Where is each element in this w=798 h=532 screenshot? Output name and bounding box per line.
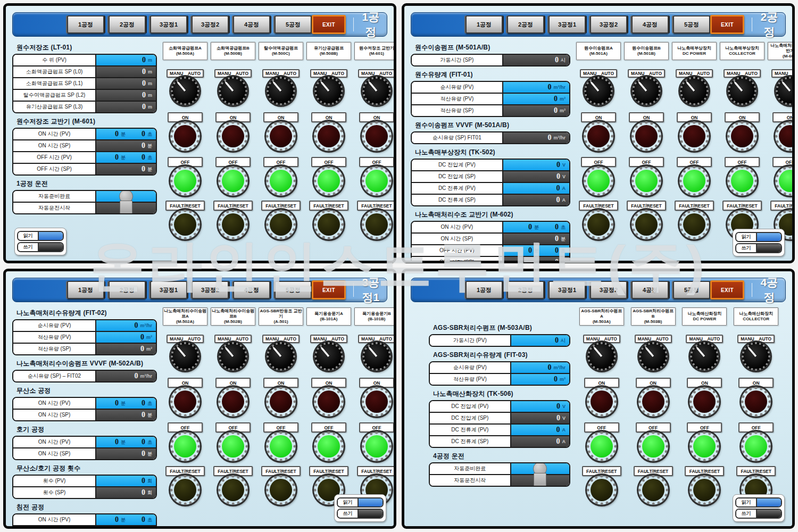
nav-button-1공정[interactable]: 1공정 <box>466 281 503 299</box>
nav-button-3공정1[interactable]: 3공정1 <box>150 281 187 299</box>
fault-reset-button[interactable] <box>266 210 296 239</box>
off-button[interactable] <box>170 166 200 196</box>
selector-knob[interactable] <box>219 77 247 105</box>
selector-knob[interactable] <box>267 77 295 105</box>
value-field-sp[interactable]: 0분 <box>96 448 156 459</box>
toggle-handle[interactable] <box>534 473 546 487</box>
off-button[interactable] <box>775 166 795 196</box>
off-button[interactable] <box>689 431 719 461</box>
toggle-switch-자동운전시작[interactable] <box>511 475 569 486</box>
off-button[interactable] <box>266 166 296 196</box>
fault-reset-button[interactable] <box>170 210 200 239</box>
toggle-switch-자동운전시작[interactable] <box>96 203 156 213</box>
fault-reset-button[interactable] <box>170 475 200 505</box>
fault-reset-button[interactable] <box>218 475 248 505</box>
on-button[interactable] <box>584 121 613 151</box>
selector-knob[interactable] <box>776 77 795 105</box>
exit-button[interactable]: EXIT <box>710 15 744 34</box>
off-button[interactable] <box>584 166 613 196</box>
on-button[interactable] <box>314 121 344 151</box>
nav-button-4공정[interactable]: 4공정 <box>233 15 270 34</box>
selector-knob[interactable] <box>742 342 770 371</box>
value-field-sp[interactable]: 0분 <box>96 164 156 174</box>
fault-reset-button[interactable] <box>679 210 709 239</box>
nav-button-3공정1[interactable]: 3공정1 <box>150 15 187 34</box>
selector-knob[interactable] <box>219 342 247 371</box>
value-field-sp[interactable]: 0m³ <box>503 105 569 116</box>
fault-reset-button[interactable] <box>584 210 613 239</box>
nav-button-1공정[interactable]: 1공정 <box>67 15 104 34</box>
on-button[interactable] <box>727 121 757 151</box>
fault-reset-button[interactable] <box>631 210 661 239</box>
value-field-sp[interactable]: 0m³/hr <box>503 132 569 143</box>
on-button[interactable] <box>218 121 248 151</box>
off-button[interactable] <box>741 431 771 461</box>
off-button[interactable] <box>170 431 200 461</box>
nav-button-2공정[interactable]: 2공정 <box>507 281 544 299</box>
off-button[interactable] <box>679 166 709 196</box>
nav-button-3공정1[interactable]: 3공정1 <box>548 15 586 34</box>
on-button[interactable] <box>741 387 771 417</box>
off-button[interactable] <box>362 431 392 461</box>
fault-reset-button[interactable] <box>362 210 392 239</box>
toggle-handle[interactable] <box>120 201 132 214</box>
nav-button-1공정[interactable]: 1공정 <box>67 281 104 299</box>
nav-button-3공정2[interactable]: 3공정2 <box>590 15 627 34</box>
on-button[interactable] <box>362 121 392 151</box>
value-field-sp[interactable]: 0분 <box>503 234 569 244</box>
on-button[interactable] <box>587 387 617 417</box>
off-button[interactable] <box>631 166 661 196</box>
on-button[interactable] <box>679 121 709 151</box>
exit-button[interactable]: EXIT <box>710 280 744 300</box>
on-button[interactable] <box>362 387 392 417</box>
off-button[interactable] <box>727 166 757 196</box>
off-button[interactable] <box>638 431 668 461</box>
nav-button-5공정[interactable]: 5공정 <box>673 15 710 34</box>
nav-button-5공정[interactable]: 5공정 <box>275 281 312 299</box>
nav-button-2공정[interactable]: 2공정 <box>109 15 146 34</box>
selector-knob[interactable] <box>171 77 200 105</box>
selector-knob[interactable] <box>728 77 757 105</box>
nav-button-5공정[interactable]: 5공정 <box>275 15 312 34</box>
exit-button[interactable]: EXIT <box>312 15 346 34</box>
value-field-sp[interactable]: 0분 <box>503 257 569 263</box>
value-field-sp[interactable]: 0V <box>503 171 569 182</box>
nav-button-2공정[interactable]: 2공정 <box>507 15 544 34</box>
on-button[interactable] <box>266 121 296 151</box>
off-button[interactable] <box>587 431 617 461</box>
nav-button-2공정[interactable]: 2공정 <box>109 281 146 299</box>
selector-knob[interactable] <box>267 342 295 371</box>
selector-knob[interactable] <box>680 77 709 105</box>
value-field-sp[interactable]: 0V <box>511 413 569 423</box>
off-button[interactable] <box>314 431 344 461</box>
toggle-switch-자동준비완료[interactable] <box>511 463 569 474</box>
nav-button-1공정[interactable]: 1공정 <box>466 15 503 34</box>
value-field-sp[interactable]: 0m <box>96 102 156 112</box>
value-field-sp[interactable]: 0m <box>96 66 156 77</box>
fault-reset-button[interactable] <box>638 475 668 505</box>
selector-knob[interactable] <box>690 342 719 371</box>
value-field-sp[interactable]: 0분 <box>96 526 156 529</box>
nav-button-3공정2[interactable]: 3공정2 <box>590 281 627 299</box>
value-field-sp[interactable]: 0m³ <box>96 344 156 354</box>
off-button[interactable] <box>266 431 296 461</box>
on-button[interactable] <box>689 387 719 417</box>
selector-knob[interactable] <box>632 77 661 105</box>
value-field-sp[interactable]: 0회 <box>96 487 156 498</box>
on-button[interactable] <box>170 121 200 151</box>
value-field-sp[interactable]: 0m³/hr <box>96 371 156 381</box>
on-button[interactable] <box>170 387 200 417</box>
selector-knob[interactable] <box>171 342 200 371</box>
selector-knob[interactable] <box>314 77 343 105</box>
nav-button-3공정2[interactable]: 3공정2 <box>192 281 229 299</box>
off-button[interactable] <box>314 166 344 196</box>
on-button[interactable] <box>218 387 248 417</box>
value-field-sp[interactable]: 0m <box>96 90 156 101</box>
nav-button-5공정[interactable]: 5공정 <box>673 281 710 299</box>
value-field-sp[interactable]: 0m <box>96 78 156 89</box>
fault-reset-button[interactable] <box>587 475 617 505</box>
nav-button-3공정1[interactable]: 3공정1 <box>548 281 586 299</box>
value-field-sp[interactable]: 0분 <box>96 140 156 151</box>
nav-button-4공정[interactable]: 4공정 <box>631 281 669 299</box>
nav-button-4공정[interactable]: 4공정 <box>233 281 270 299</box>
